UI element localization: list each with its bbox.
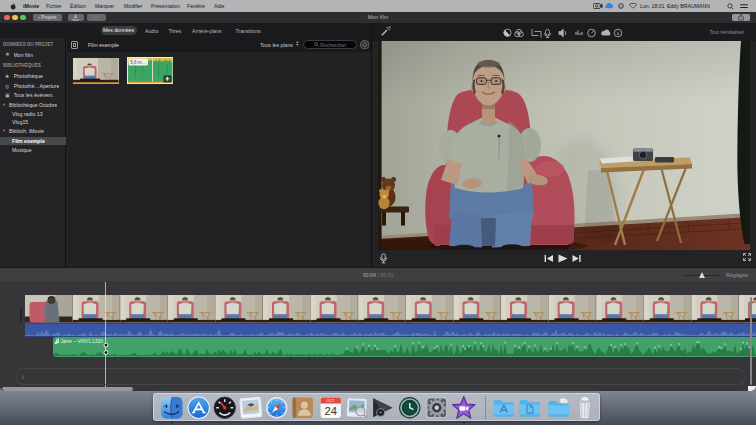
svg-text:OCT.: OCT. [327,399,335,403]
svg-text:24: 24 [325,404,337,416]
svg-text:Jarre – VINYL1320: Jarre – VINYL1320 [61,338,104,344]
svg-text:5,6 m…: 5,6 m… [130,60,146,65]
